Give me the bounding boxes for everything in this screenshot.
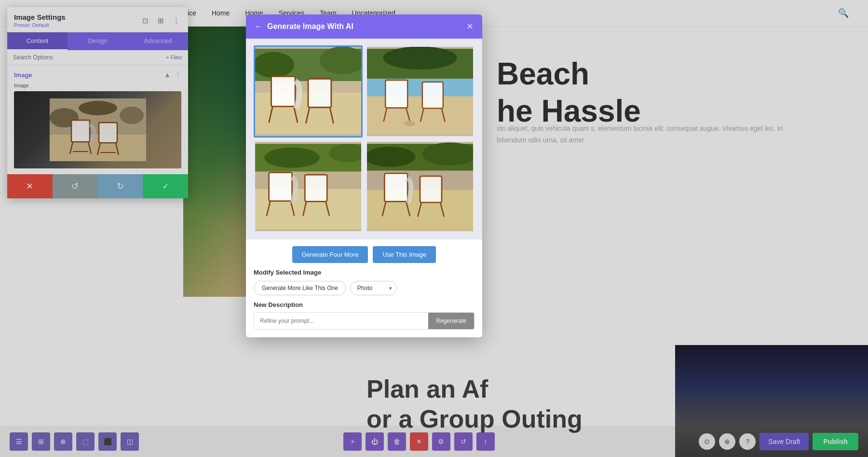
close-icon[interactable]: ✕ [466,21,474,32]
image-grid [246,39,482,239]
svg-rect-18 [271,76,295,106]
grid-cell-4[interactable] [366,140,475,233]
style-select-wrapper: Photo Illustration Painting Digital Art [350,281,397,295]
svg-rect-55 [420,176,442,203]
svg-rect-27 [367,95,473,134]
svg-point-38 [264,148,320,168]
modify-section: Modify Selected Image Generate More Like… [246,269,482,301]
description-input-row: Regenerate [254,312,475,330]
ai-generate-dialog: ← Generate Image With AI ✕ [246,14,482,337]
grid-image-4 [367,142,473,231]
ai-dialog-header: ← Generate Image With AI ✕ [246,14,482,39]
style-select[interactable]: Photo Illustration Painting Digital Art [350,281,397,295]
svg-rect-44 [305,175,327,201]
description-section: New Description Regenerate [246,301,482,337]
back-icon[interactable]: ← [255,22,262,31]
modify-label: Modify Selected Image [254,269,475,276]
svg-rect-33 [422,82,443,109]
svg-rect-28 [367,79,473,96]
grid-cell-3[interactable] [254,140,363,233]
dialog-title-text: Generate Image With AI [267,22,353,31]
grid-cell-2[interactable] [366,45,475,138]
use-this-image-button[interactable]: Use This Image [373,246,436,263]
grid-image-2 [367,47,473,136]
ai-action-buttons: Generate Four More Use This Image [246,239,482,269]
generate-four-more-button[interactable]: Generate Four More [292,246,368,263]
svg-rect-29 [385,80,407,108]
svg-rect-41 [269,172,292,201]
grid-image-1 [255,47,361,136]
generate-more-like-button[interactable]: Generate More Like This One [254,281,346,295]
grid-cell-1[interactable] [254,45,363,138]
svg-point-32 [404,121,415,126]
svg-rect-52 [384,173,407,201]
ai-dialog-title: ← Generate Image With AI [255,22,353,31]
grid-image-3 [255,142,361,231]
svg-point-26 [383,47,457,69]
regenerate-button[interactable]: Regenerate [428,313,474,329]
svg-rect-21 [308,79,331,107]
description-label: New Description [254,301,475,308]
svg-point-49 [367,147,415,167]
modify-controls: Generate More Like This One Photo Illust… [254,281,475,295]
description-input[interactable] [254,313,428,329]
